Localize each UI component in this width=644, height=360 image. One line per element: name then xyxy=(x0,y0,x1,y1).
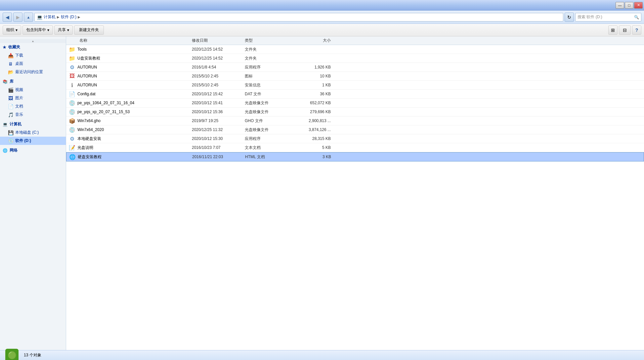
status-app-icon: 🟢 xyxy=(5,349,19,360)
address-bar: ◀ ▶ ▲ 💻 计算机 ▶ 软件 (D:) ▶ ↻ 搜索 软件 (D:) 🔍 xyxy=(0,11,644,24)
sidebar-item-music-label: 音乐 xyxy=(15,112,23,117)
table-row[interactable]: 💿 pe_yqs_xp_20_07_31_15_53 2020/10/12 15… xyxy=(66,108,644,116)
file-name-cell: 📄 Config.dat xyxy=(66,91,192,97)
file-type-cell: 光盘映像文件 xyxy=(245,109,294,115)
sidebar-item-desktop[interactable]: 🖥 桌面 xyxy=(0,60,66,68)
file-type-cell: 光盘映像文件 xyxy=(245,127,294,133)
search-bar[interactable]: 搜索 软件 (D:) 🔍 xyxy=(575,13,641,22)
file-name-text: AUTORUN xyxy=(77,83,97,87)
file-size-cell: 1 KB xyxy=(294,83,334,87)
file-date-cell: 2019/9/7 19:25 xyxy=(192,118,245,123)
search-icon: 🔍 xyxy=(634,15,639,20)
file-icon: 🌐 xyxy=(69,154,76,160)
download-icon: 📥 xyxy=(8,53,13,58)
forward-button[interactable]: ▶ xyxy=(13,13,22,22)
file-date-cell: 2016/10/23 7:07 xyxy=(192,145,245,150)
sidebar-section-network: 🌐 网络 xyxy=(0,146,66,155)
file-size-cell: 5 KB xyxy=(294,145,334,150)
sidebar-item-d-drive[interactable]: 💿 软件 (D:) xyxy=(0,137,66,145)
share-button[interactable]: 共享 ▾ xyxy=(54,25,73,35)
table-row[interactable]: ⚙ AUTORUN 2016/1/8 4:54 应用程序 1,926 KB xyxy=(66,63,644,72)
file-name-cell: 💿 pe_yqs_xp_20_07_31_15_53 xyxy=(66,109,192,115)
status-count: 13 个对象 xyxy=(24,352,41,358)
table-row[interactable]: 📁 Tools 2020/12/25 14:52 文件夹 xyxy=(66,45,644,54)
file-name-text: 光盘说明 xyxy=(77,145,93,151)
table-row[interactable]: 💿 Win7x64_2020 2020/12/25 11:32 光盘映像文件 3… xyxy=(66,125,644,134)
video-icon: 🎬 xyxy=(8,87,13,93)
file-icon: 💿 xyxy=(69,100,75,106)
sidebar-section-computer: 💻 计算机 💾 本地磁盘 (C:) 💿 软件 (D:) xyxy=(0,120,66,145)
table-row[interactable]: 📄 Config.dat 2020/10/12 15:42 DAT 文件 36 … xyxy=(66,90,644,99)
file-size-cell: 3 KB xyxy=(295,155,334,159)
file-type-cell: 应用程序 xyxy=(245,136,294,142)
table-row[interactable]: 🌐 硬盘安装教程 2016/11/21 22:03 HTML 文档 3 KB xyxy=(66,152,644,161)
sidebar-item-recent[interactable]: 📂 最近访问的位置 xyxy=(0,68,66,76)
file-name-cell: 🌐 硬盘安装教程 xyxy=(66,154,192,160)
table-row[interactable]: ⚙ 本地硬盘安装 2020/10/12 15:30 应用程序 28,315 KB xyxy=(66,134,644,143)
share-arrow: ▾ xyxy=(67,28,69,32)
sidebar-section-favorites: ★ 收藏夹 📥 下载 🖥 桌面 📂 最近访问的位置 xyxy=(0,43,66,76)
sidebar-item-download[interactable]: 📥 下载 xyxy=(0,51,66,60)
breadcrumb[interactable]: 💻 计算机 ▶ 软件 (D:) ▶ xyxy=(34,13,563,22)
table-row[interactable]: 📁 U盘安装教程 2020/12/25 14:52 文件夹 xyxy=(66,54,644,63)
file-name-text: 硬盘安装教程 xyxy=(78,154,102,160)
back-button[interactable]: ◀ xyxy=(3,13,12,22)
view-toggle-button[interactable]: ⊞ xyxy=(608,25,618,35)
recent-icon: 📂 xyxy=(8,69,13,75)
file-size-cell: 10 KB xyxy=(294,74,334,78)
file-date-cell: 2020/10/12 15:36 xyxy=(192,110,245,114)
header-type[interactable]: 类型 xyxy=(245,38,294,43)
computer-icon: 💻 xyxy=(37,15,42,20)
header-size[interactable]: 大小 xyxy=(294,38,334,43)
maximize-button[interactable]: □ xyxy=(625,2,633,9)
scroll-up-indicator[interactable] xyxy=(0,39,66,43)
header-date[interactable]: 修改日期 xyxy=(192,38,245,43)
table-row[interactable]: ℹ AUTORUN 2015/5/10 2:45 安装信息 1 KB xyxy=(66,81,644,90)
up-button[interactable]: ▲ xyxy=(24,13,33,22)
sidebar-header-network[interactable]: 🌐 网络 xyxy=(0,146,66,155)
organize-button[interactable]: 组织 ▾ xyxy=(3,25,21,35)
sidebar-header-library[interactable]: 📚 库 xyxy=(0,77,66,86)
file-type-cell: GHO 文件 xyxy=(245,118,294,124)
sidebar-item-d-drive-label: 软件 (D:) xyxy=(15,138,31,144)
table-row[interactable]: 📝 光盘说明 2016/10/23 7:07 文本文档 5 KB xyxy=(66,143,644,152)
d-drive-icon: 💿 xyxy=(8,138,13,144)
file-name-cell: 💿 Win7x64_2020 xyxy=(66,126,192,133)
sidebar-item-image-label: 图片 xyxy=(15,95,23,101)
breadcrumb-computer[interactable]: 计算机 xyxy=(44,14,56,20)
file-size-cell: 28,315 KB xyxy=(294,136,334,141)
library-label: 库 xyxy=(10,79,14,84)
sidebar-item-image[interactable]: 🖼 图片 xyxy=(0,94,66,102)
file-name-text: Tools xyxy=(77,47,87,52)
header-name[interactable]: 名称 xyxy=(66,38,192,43)
sidebar-item-video[interactable]: 🎬 视频 xyxy=(0,86,66,94)
file-name-text: Win7x64_2020 xyxy=(77,127,104,132)
computer-sidebar-icon: 💻 xyxy=(3,122,8,127)
minimize-button[interactable]: — xyxy=(616,2,624,9)
status-bar: 🟢 13 个对象 xyxy=(0,350,644,360)
sidebar-item-document[interactable]: 📄 文档 xyxy=(0,102,66,111)
sidebar-header-computer[interactable]: 💻 计算机 xyxy=(0,120,66,128)
table-row[interactable]: 🖼 AUTORUN 2015/5/10 2:45 图标 10 KB xyxy=(66,72,644,81)
table-row[interactable]: 📦 Win7x64.gho 2019/9/7 19:25 GHO 文件 2,90… xyxy=(66,116,644,125)
favorites-label: 收藏夹 xyxy=(8,44,20,50)
new-folder-button[interactable]: 新建文件夹 xyxy=(74,25,104,35)
file-name-cell: 📝 光盘说明 xyxy=(66,144,192,151)
sidebar-header-favorites[interactable]: ★ 收藏夹 xyxy=(0,43,66,51)
file-rows-container: 📁 Tools 2020/12/25 14:52 文件夹 📁 U盘安装教程 20… xyxy=(66,45,644,161)
sidebar-item-c-drive[interactable]: 💾 本地磁盘 (C:) xyxy=(0,128,66,137)
table-row[interactable]: 💿 pe_yqs_1064_20_07_31_16_04 2020/10/12 … xyxy=(66,99,644,108)
refresh-button[interactable]: ↻ xyxy=(565,13,574,22)
file-size-cell: 36 KB xyxy=(294,92,334,96)
file-list[interactable]: 名称 修改日期 类型 大小 📁 Tools 2020/12/25 14:52 文… xyxy=(66,36,644,350)
help-button[interactable]: ? xyxy=(632,25,641,35)
close-button[interactable]: ✕ xyxy=(634,2,643,9)
archive-button[interactable]: 包含到库中 ▾ xyxy=(22,25,53,35)
file-size-cell: 2,900,813 ... xyxy=(294,118,334,123)
file-icon: 📝 xyxy=(69,144,75,151)
sidebar-item-music[interactable]: 🎵 音乐 xyxy=(0,111,66,119)
breadcrumb-sep-1: ▶ xyxy=(57,15,60,19)
preview-pane-button[interactable]: ⊟ xyxy=(619,25,631,35)
library-icon: 📚 xyxy=(3,79,8,84)
breadcrumb-drive[interactable]: 软件 (D:) xyxy=(61,14,76,20)
